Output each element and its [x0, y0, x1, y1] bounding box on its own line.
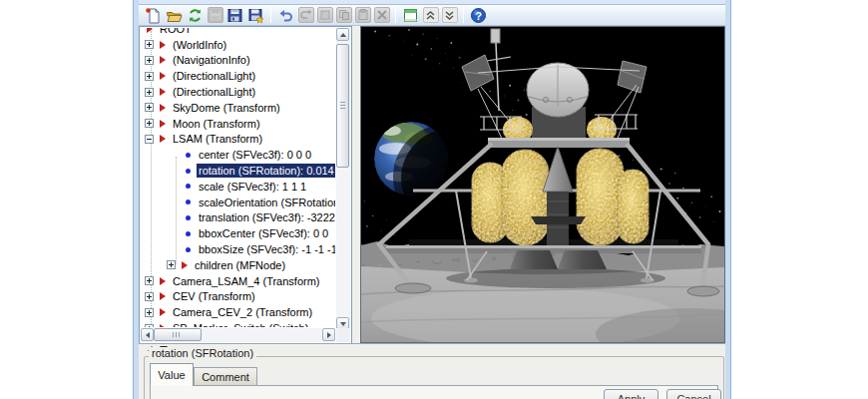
field-bullet-icon	[186, 200, 191, 204]
tree-row[interactable]: Camera_LSAM_4 (Transform)	[141, 273, 335, 289]
save-all-icon[interactable]	[226, 6, 244, 24]
node-arrow-icon	[160, 308, 166, 316]
node-arrow-icon	[160, 56, 166, 64]
node-arrow-icon	[160, 292, 166, 300]
scroll-right-button[interactable]	[322, 328, 335, 341]
expand-icon[interactable]	[145, 56, 154, 65]
window-right-border	[725, 0, 731, 399]
node-arrow-icon	[160, 104, 166, 112]
toolbar-separator	[395, 7, 396, 23]
save-disabled-icon	[208, 7, 223, 23]
tree-row[interactable]: (WorldInfo)	[141, 37, 335, 53]
tree-row-root[interactable]: ROOT	[141, 28, 335, 37]
tree-vertical-scrollbar[interactable]	[336, 28, 350, 330]
tree-row[interactable]: Moon (Transform)	[141, 116, 335, 132]
redo-disabled-icon	[298, 7, 314, 23]
cut-disabled-icon	[317, 7, 333, 23]
node-arrow-icon	[160, 72, 166, 80]
expand-icon[interactable]	[145, 308, 154, 317]
horizontal-scroll-thumb[interactable]	[154, 328, 202, 341]
cancel-button[interactable]: Cancel	[666, 389, 721, 399]
refresh-icon[interactable]	[187, 6, 205, 24]
node-arrow-icon	[147, 28, 153, 33]
copy-disabled-icon	[336, 7, 352, 23]
field-bullet-icon	[186, 231, 191, 236]
field-bullet-icon	[186, 247, 191, 252]
expand-icon[interactable]	[167, 260, 176, 269]
svg-text:?: ?	[475, 9, 482, 21]
node-arrow-icon	[160, 277, 166, 285]
paste-disabled-icon	[355, 7, 371, 23]
tree-row-field[interactable]: bboxSize (SFVec3f): -1 -1 -1	[141, 241, 335, 257]
tree-row[interactable]: (DirectionalLight)	[141, 68, 335, 84]
expand-icon[interactable]	[145, 72, 154, 81]
tree-row-field[interactable]: scale (SFVec3f): 1 1 1	[141, 179, 335, 195]
toolbar-separator	[463, 7, 464, 23]
x3d-editor-window: ? ROOT (WorldInfo) (NavigationInfo) (Dir…	[133, 0, 731, 399]
expand-icon[interactable]	[145, 324, 154, 327]
scrollbar-corner	[336, 328, 350, 342]
scroll-left-button[interactable]	[141, 328, 154, 341]
tree-row-field[interactable]: translation (SFVec3f): -3222	[141, 210, 335, 226]
expand-icon[interactable]	[145, 276, 154, 285]
tree-row-field[interactable]: scaleOrientation (SFRotation	[141, 195, 335, 210]
vertical-scroll-thumb[interactable]	[336, 44, 349, 168]
field-bullet-icon	[186, 169, 191, 174]
tree-row-field-selected[interactable]: rotation (SFRotation): 0.014	[141, 163, 335, 179]
tab-value[interactable]: Value	[150, 363, 194, 386]
field-editor-panel: rotation (SFRotation) Value Comment Appl…	[139, 343, 725, 399]
tree-row-field[interactable]: center (SFVec3f): 0 0 0	[141, 147, 335, 163]
field-bullet-icon	[186, 215, 191, 220]
node-arrow-icon	[182, 261, 188, 269]
node-arrow-icon	[160, 120, 166, 128]
save-as-icon[interactable]	[247, 6, 265, 24]
tree-row-lsam[interactable]: LSAM (Transform)	[141, 132, 335, 148]
collapse-icon[interactable]	[145, 135, 154, 144]
scroll-up-button[interactable]	[336, 28, 349, 41]
open-folder-icon[interactable]	[166, 6, 184, 24]
delete-disabled-icon	[374, 7, 390, 23]
main-toolbar: ?	[139, 5, 725, 26]
tree-row-children[interactable]: children (MFNode)	[141, 257, 335, 273]
node-arrow-icon	[160, 41, 166, 49]
toolbar-separator	[270, 7, 271, 23]
tree-row[interactable]: Camera_CEV_2 (Transform)	[141, 304, 335, 320]
field-groupbox-title: rotation (SFRotation)	[149, 347, 256, 359]
node-arrow-icon	[160, 135, 166, 143]
tree-row[interactable]: SkyDome (Transform)	[141, 100, 335, 116]
collapse-down-icon[interactable]	[442, 7, 458, 23]
tree-row-field[interactable]: bboxCenter (SFVec3f): 0 0	[141, 225, 335, 241]
scene-graph-tree[interactable]: ROOT (WorldInfo) (NavigationInfo) (Direc…	[139, 26, 352, 344]
node-arrow-icon	[160, 88, 166, 96]
toggle-console-icon[interactable]	[402, 6, 420, 24]
expand-icon[interactable]	[145, 103, 154, 112]
field-bullet-icon	[186, 184, 191, 189]
expand-icon[interactable]	[145, 40, 154, 49]
expand-icon[interactable]	[145, 119, 154, 128]
undo-icon[interactable]	[277, 6, 295, 24]
collapse-up-icon[interactable]	[423, 7, 439, 23]
tree-row[interactable]: (NavigationInfo)	[141, 53, 335, 69]
tree-row[interactable]: CEV (Transform)	[141, 289, 335, 305]
tree-row[interactable]: SP_Marker_Switch (Switch)	[141, 320, 335, 327]
tree-row[interactable]: (DirectionalLight)	[141, 84, 335, 100]
help-icon[interactable]: ?	[470, 6, 488, 24]
new-file-icon[interactable]	[145, 6, 163, 24]
lunar-scene	[361, 27, 724, 342]
tree-horizontal-scrollbar[interactable]	[141, 328, 335, 342]
screenshot-stage: ? ROOT (WorldInfo) (NavigationInfo) (Dir…	[0, 0, 868, 399]
field-bullet-icon	[186, 153, 191, 158]
expand-icon[interactable]	[145, 88, 154, 97]
expand-icon[interactable]	[145, 292, 154, 301]
tab-comment[interactable]: Comment	[194, 367, 257, 386]
node-arrow-icon	[160, 324, 166, 327]
3d-viewport[interactable]	[360, 26, 725, 343]
apply-button[interactable]: Apply	[604, 389, 658, 399]
